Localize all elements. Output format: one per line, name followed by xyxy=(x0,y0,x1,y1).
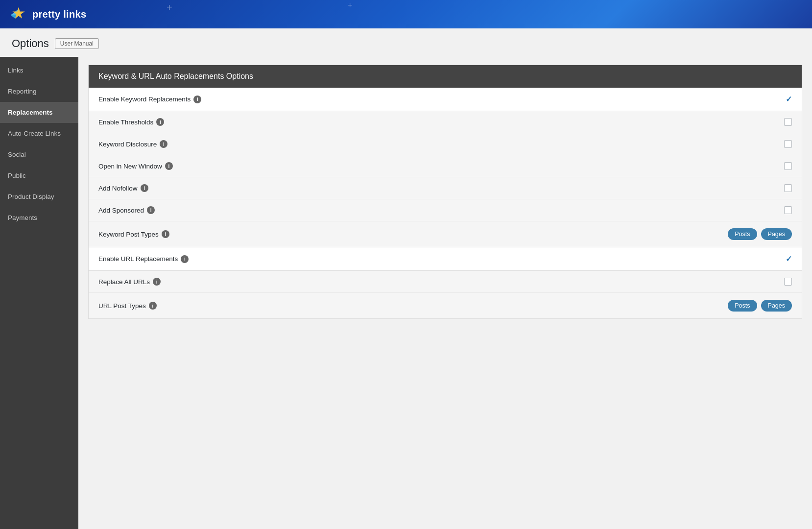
main-layout: Links Reporting Replacements Auto-Create… xyxy=(0,57,812,529)
add-nofollow-row: Add Nofollow i xyxy=(89,177,802,199)
keyword-posts-tag[interactable]: Posts xyxy=(728,228,757,240)
enable-thresholds-info-icon[interactable]: i xyxy=(156,118,164,126)
keyword-post-types-row: Keyword Post Types i Posts Pages xyxy=(89,221,802,247)
content-area: Keyword & URL Auto Replacements Options … xyxy=(78,57,812,529)
enable-thresholds-control xyxy=(784,118,792,126)
add-nofollow-control xyxy=(784,184,792,192)
add-nofollow-info-icon[interactable]: i xyxy=(141,184,148,192)
open-in-new-window-info-icon[interactable]: i xyxy=(165,162,173,170)
url-posts-tag[interactable]: Posts xyxy=(728,300,757,312)
add-sponsored-control xyxy=(784,206,792,214)
page-title: Options xyxy=(12,37,49,50)
add-sponsored-checkbox[interactable] xyxy=(784,206,792,214)
sidebar-item-social[interactable]: Social xyxy=(0,144,78,165)
enable-thresholds-checkbox[interactable] xyxy=(784,118,792,126)
sidebar-item-reporting[interactable]: Reporting xyxy=(0,81,78,102)
url-post-types-tags: Posts Pages xyxy=(728,300,792,312)
sidebar-item-links[interactable]: Links xyxy=(0,60,78,81)
add-sponsored-info-icon[interactable]: i xyxy=(147,206,155,214)
enable-thresholds-label: Enable Thresholds i xyxy=(98,118,784,126)
enable-url-row: Enable URL Replacements i ✓ xyxy=(89,247,802,271)
url-options-container: Replace All URLs i URL Post Types i xyxy=(89,271,802,318)
open-in-new-window-checkbox[interactable] xyxy=(784,162,792,170)
url-post-types-label: URL Post Types i xyxy=(98,302,728,310)
enable-keyword-label: Enable Keyword Replacements i xyxy=(98,96,786,103)
header-bar: + + pretty links xyxy=(0,0,812,28)
replace-all-urls-info-icon[interactable]: i xyxy=(153,278,161,286)
logo-icon xyxy=(10,5,27,23)
keyword-pages-tag[interactable]: Pages xyxy=(761,228,792,240)
enable-keyword-row: Enable Keyword Replacements i ✓ xyxy=(89,88,802,111)
sidebar-item-payments[interactable]: Payments xyxy=(0,207,78,228)
enable-url-checkmark: ✓ xyxy=(786,254,792,264)
replace-all-urls-row: Replace All URLs i xyxy=(89,271,802,293)
logo-text: pretty links xyxy=(32,9,86,20)
keyword-options-container: Enable Thresholds i Keyword Disclosure i xyxy=(89,111,802,247)
sidebar-item-public[interactable]: Public xyxy=(0,165,78,186)
keyword-post-types-info-icon[interactable]: i xyxy=(162,230,169,238)
url-post-types-row: URL Post Types i Posts Pages xyxy=(89,293,802,318)
enable-keyword-info-icon[interactable]: i xyxy=(193,96,201,103)
keyword-url-section: Keyword & URL Auto Replacements Options … xyxy=(88,65,802,319)
page-title-area: Options User Manual xyxy=(0,28,812,57)
url-post-types-info-icon[interactable]: i xyxy=(149,302,157,310)
keyword-disclosure-info-icon[interactable]: i xyxy=(160,140,167,148)
keyword-post-types-label: Keyword Post Types i xyxy=(98,230,728,238)
replace-all-urls-checkbox[interactable] xyxy=(784,278,792,286)
user-manual-button[interactable]: User Manual xyxy=(55,38,99,49)
keyword-disclosure-label: Keyword Disclosure i xyxy=(98,140,784,148)
replace-all-urls-label: Replace All URLs i xyxy=(98,278,784,286)
sidebar-item-product-display[interactable]: Product Display xyxy=(0,186,78,207)
keyword-disclosure-checkbox[interactable] xyxy=(784,140,792,148)
enable-url-label: Enable URL Replacements i xyxy=(98,255,786,263)
logo-container: pretty links xyxy=(10,5,86,23)
enable-url-info-icon[interactable]: i xyxy=(181,255,189,263)
open-in-new-window-label: Open in New Window i xyxy=(98,162,784,170)
open-in-new-window-row: Open in New Window i xyxy=(89,155,802,177)
sidebar-item-auto-create-links[interactable]: Auto-Create Links xyxy=(0,123,78,144)
keyword-disclosure-control xyxy=(784,140,792,148)
enable-keyword-checkmark: ✓ xyxy=(786,95,792,104)
section-header: Keyword & URL Auto Replacements Options xyxy=(89,65,802,88)
add-sponsored-label: Add Sponsored i xyxy=(98,206,784,214)
sidebar: Links Reporting Replacements Auto-Create… xyxy=(0,57,78,529)
add-nofollow-label: Add Nofollow i xyxy=(98,184,784,192)
keyword-disclosure-row: Keyword Disclosure i xyxy=(89,133,802,155)
url-pages-tag[interactable]: Pages xyxy=(761,300,792,312)
keyword-post-types-tags: Posts Pages xyxy=(728,228,792,240)
add-sponsored-row: Add Sponsored i xyxy=(89,199,802,221)
page-container: Options User Manual Links Reporting Repl… xyxy=(0,28,812,529)
enable-thresholds-row: Enable Thresholds i xyxy=(89,111,802,133)
replace-all-urls-control xyxy=(784,278,792,286)
add-nofollow-checkbox[interactable] xyxy=(784,184,792,192)
open-in-new-window-control xyxy=(784,162,792,170)
sidebar-item-replacements[interactable]: Replacements xyxy=(0,102,78,123)
